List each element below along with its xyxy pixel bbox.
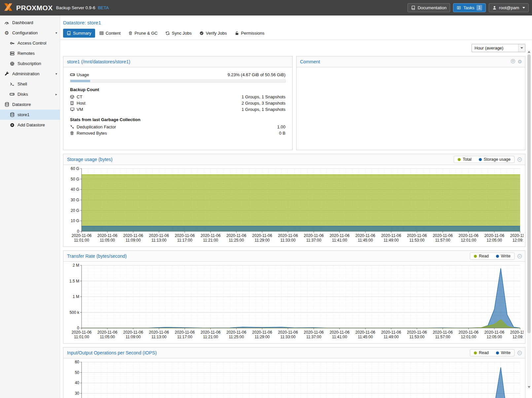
ct-label: CT	[77, 94, 82, 99]
comment-panel: Comment ⚙	[296, 56, 526, 150]
sidebar-item-configuration[interactable]: ⚙ Configuration ▾	[0, 28, 60, 38]
select-trigger[interactable]	[518, 44, 525, 52]
scrollbar-thumb[interactable]	[527, 54, 531, 333]
legend-item-write[interactable]: Write	[492, 253, 514, 259]
collapse-chart-icon[interactable]	[517, 254, 522, 259]
sidebar-item-add-datastore[interactable]: Add Datastore	[0, 120, 60, 130]
svg-text:11:29:00: 11:29:00	[255, 238, 270, 243]
svg-text:2020-11-06: 2020-11-06	[355, 330, 375, 335]
tab-verify-jobs[interactable]: Verify Jobs	[196, 29, 231, 38]
legend-label: Read	[479, 350, 489, 355]
svg-text:2020-11-06: 2020-11-06	[330, 233, 350, 238]
sidebar-item-store1[interactable]: store1	[0, 110, 60, 120]
svg-text:2020-11-06: 2020-11-06	[510, 330, 523, 335]
vertical-scrollbar[interactable]	[527, 50, 531, 389]
proxmox-brand[interactable]: PROXMOX	[3, 3, 53, 13]
collapse-caret-icon[interactable]: ▾	[55, 31, 57, 35]
sidebar-item-label: Add Datastore	[18, 122, 45, 127]
svg-text:2020-11-06: 2020-11-06	[278, 330, 298, 335]
tab-sync-jobs[interactable]: Sync Jobs	[162, 29, 195, 38]
svg-text:11:33:00: 11:33:00	[280, 335, 296, 339]
svg-text:2020-11-06: 2020-11-06	[72, 330, 92, 335]
sidebar-item-dashboard[interactable]: Dashboard	[0, 17, 60, 28]
svg-text:2020-11-06: 2020-11-06	[304, 233, 324, 238]
svg-text:1 M: 1 M	[73, 294, 79, 299]
sidebar-item-remotes[interactable]: Remotes	[0, 48, 60, 58]
tasks-list-icon	[457, 6, 461, 10]
compress-icon	[70, 125, 77, 129]
ct-value: 1 Groups, 1 Snapshots	[242, 94, 286, 99]
collapse-chart-icon[interactable]	[517, 350, 522, 355]
summary-panel-title: store1 (/mnt/datastores/store1)	[67, 59, 130, 64]
cube-icon	[70, 95, 77, 99]
gear-icon[interactable]: ⚙	[518, 59, 522, 65]
scroll-up-arrow-icon[interactable]	[528, 51, 530, 53]
sidebar-item-label: Access Control	[18, 41, 46, 46]
sidebar-item-datastore[interactable]: Datastore	[0, 99, 60, 110]
svg-text:2020-11-06: 2020-11-06	[200, 233, 221, 238]
server-list-icon	[9, 51, 15, 56]
ct-row: CT 1 Groups, 1 Snapshots	[70, 94, 286, 100]
sidebar-item-label: store1	[18, 112, 29, 117]
beta-link[interactable]: BETA	[98, 5, 109, 10]
book-icon	[67, 31, 71, 35]
legend-label: Storage usage	[484, 157, 511, 162]
legend-item-storage-usage[interactable]: Storage usage	[475, 156, 514, 163]
sidebar-item-disks[interactable]: Disks ▸	[0, 89, 60, 99]
legend-item-read[interactable]: Read	[470, 349, 492, 356]
svg-text:11:25:00: 11:25:00	[229, 335, 244, 339]
proxmox-logo-icon	[3, 3, 13, 13]
collapse-caret-icon[interactable]: ▾	[55, 72, 57, 76]
book-icon	[411, 6, 415, 10]
sidebar-item-shell[interactable]: Shell	[0, 79, 60, 89]
svg-text:1.5 M: 1.5 M	[69, 279, 79, 283]
svg-text:10 G: 10 G	[71, 218, 79, 223]
expand-caret-icon[interactable]: ▸	[55, 92, 57, 96]
documentation-button[interactable]: Documentation	[408, 3, 450, 12]
collapse-chart-icon[interactable]	[517, 157, 522, 162]
svg-text:2020-11-06: 2020-11-06	[355, 233, 375, 238]
svg-text:11:45:00: 11:45:00	[358, 335, 373, 339]
tab-permissions[interactable]: Permissions	[231, 29, 268, 38]
sidebar-item-label: Subscription	[18, 61, 41, 66]
sidebar-item-label: Remotes	[18, 51, 35, 56]
tab-content[interactable]: Content	[96, 29, 124, 38]
svg-text:12:09:00: 12:09:00	[513, 238, 523, 243]
legend-item-read[interactable]: Read	[470, 253, 492, 259]
tab-label: Summary	[73, 31, 91, 36]
tab-summary[interactable]: Summary	[63, 29, 95, 38]
scroll-down-arrow-icon[interactable]	[528, 386, 530, 388]
svg-text:2020-11-06: 2020-11-06	[226, 233, 246, 238]
svg-text:11:21:00: 11:21:00	[203, 335, 218, 339]
key-icon	[9, 41, 15, 46]
svg-text:11:09:00: 11:09:00	[125, 335, 141, 339]
usage-value: 9.23% (4.67 GiB of 50.56 GiB)	[228, 72, 286, 77]
sidebar-item-access-control[interactable]: Access Control	[0, 38, 60, 48]
sidebar-item-administration[interactable]: Administration ▾	[0, 69, 60, 79]
legend-item-total[interactable]: Total	[454, 156, 475, 163]
svg-text:11:53:00: 11:53:00	[409, 335, 425, 339]
legend-dot	[496, 255, 499, 258]
sidebar: Dashboard ⚙ Configuration ▾ Access Contr…	[0, 16, 60, 398]
storage-chart-legend: Total Storage usage	[454, 156, 514, 163]
sidebar-item-subscription[interactable]: Subscription	[0, 58, 60, 69]
usage-progress-fill	[70, 80, 90, 82]
arrow-circle-icon[interactable]	[511, 59, 515, 65]
storage-chart-title: Storage usage (bytes)	[67, 157, 113, 162]
legend-dot	[479, 158, 482, 161]
user-menu-button[interactable]: root@pam	[489, 3, 529, 12]
svg-text:20 G: 20 G	[71, 208, 79, 213]
legend-item-write[interactable]: Write	[492, 349, 514, 356]
tab-label: Content	[106, 31, 121, 36]
backup-count-heading: Backup Count	[70, 87, 286, 92]
transfer-rate-chart-panel: Transfer Rate (bytes/second) Read Write	[63, 250, 525, 344]
svg-text:11:45:00: 11:45:00	[358, 238, 373, 243]
tasks-button[interactable]: Tasks 1	[453, 3, 486, 12]
svg-text:11:37:00: 11:37:00	[306, 335, 321, 339]
svg-text:2020-11-06: 2020-11-06	[252, 330, 272, 335]
storage-usage-chart-panel: Storage usage (bytes) Total Storage usag…	[63, 154, 525, 247]
time-range-select[interactable]: Hour (average)	[472, 44, 525, 52]
database-icon	[9, 112, 15, 117]
tab-prune-gc[interactable]: Prune & GC	[125, 29, 161, 38]
comment-body[interactable]	[297, 67, 525, 150]
